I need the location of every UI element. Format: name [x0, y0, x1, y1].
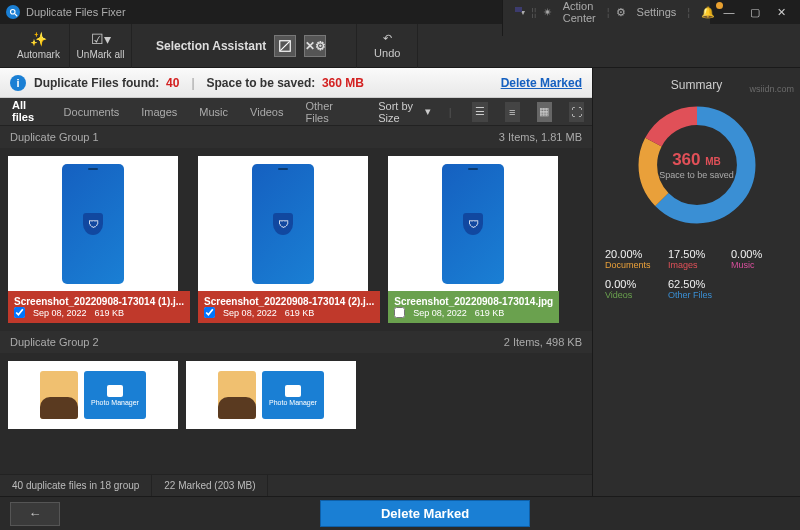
thumb-image: 🛡 — [388, 156, 558, 291]
tab-videos[interactable]: Videos — [246, 100, 287, 124]
stat-pct: 0.00% — [605, 278, 662, 290]
expand-icon: ⛶ — [571, 106, 582, 118]
close-button[interactable]: ✕ — [768, 0, 794, 24]
unmark-icon: ☑▾ — [91, 31, 111, 47]
file-checkbox[interactable] — [14, 307, 25, 318]
maximize-button[interactable]: ▢ — [742, 0, 768, 24]
action-center-icon: ✴ — [543, 6, 552, 19]
delete-marked-link[interactable]: Delete Marked — [501, 76, 582, 90]
donut-value: 360 — [672, 150, 700, 169]
stat-label: Documents — [605, 260, 662, 270]
file-thumb[interactable]: Photo Manager — [186, 361, 356, 429]
settings-button[interactable]: Settings — [632, 4, 682, 20]
group-header: Duplicate Group 1 3 Items, 1.81 MB — [0, 126, 592, 148]
tools-icon: ✕⚙ — [305, 39, 326, 53]
list-icon: ☰ — [475, 105, 485, 118]
stat-pct: 20.00% — [605, 248, 662, 260]
settings-icon: ⚙ — [616, 6, 626, 19]
status-bar: 40 duplicate files in 18 group 22 Marked… — [0, 474, 592, 496]
svg-line-3 — [281, 41, 290, 50]
file-name: Screenshot_20220908-173014 (2).j... — [204, 296, 374, 307]
summary-stats: 20.00%Documents 17.50%Images 0.00%Music … — [605, 248, 788, 300]
automark-label: Automark — [17, 49, 60, 60]
tab-other[interactable]: Other Files — [301, 94, 350, 130]
file-size: 619 KB — [285, 308, 315, 318]
view-fullscreen-button[interactable]: ⛶ — [569, 102, 584, 122]
group-info: 3 Items, 1.81 MB — [499, 131, 582, 143]
file-thumb[interactable]: 🛡 Screenshot_20220908-173014.jpg Sep 08,… — [388, 156, 559, 323]
notifications-button[interactable]: 🔔 — [696, 4, 720, 21]
photo-manager-icon: Photo Manager — [262, 371, 324, 419]
file-name: Screenshot_20220908-173014.jpg — [394, 296, 553, 307]
chevron-down-icon: ▾ — [425, 105, 431, 118]
stat-pct: 62.50% — [668, 278, 725, 290]
selection-assistant-label: Selection Assistant — [156, 39, 266, 53]
sort-label: Sort by Size — [378, 100, 420, 124]
stat-label: Music — [731, 260, 788, 270]
unmark-all-button[interactable]: ☑▾ UnMark all — [70, 24, 132, 68]
view-grid-button[interactable]: ▦ — [537, 102, 552, 122]
file-thumb[interactable]: 🛡 Screenshot_20220908-173014 (1).j... Se… — [8, 156, 190, 323]
filter-tabs: All files Documents Images Music Videos … — [0, 98, 592, 126]
file-thumb[interactable]: 🛡 Screenshot_20220908-173014 (2).j... Se… — [198, 156, 380, 323]
file-date: Sep 08, 2022 — [223, 308, 277, 318]
deer-icon — [218, 371, 256, 419]
unmark-label: UnMark all — [77, 49, 125, 60]
thumb-image: 🛡 — [198, 156, 368, 291]
group-header: Duplicate Group 2 2 Items, 498 KB — [0, 331, 592, 353]
donut-unit: MB — [705, 156, 721, 167]
undo-label: Undo — [374, 47, 400, 59]
automark-button[interactable]: ✨ Automark — [8, 24, 70, 68]
app-title: Duplicate Files Fixer — [26, 6, 502, 18]
view-list-button[interactable]: ☰ — [472, 102, 487, 122]
grid-icon: ▦ — [539, 105, 549, 118]
file-name: Screenshot_20220908-173014 (1).j... — [14, 296, 184, 307]
undo-button[interactable]: ↶ Undo — [356, 24, 418, 68]
tab-images[interactable]: Images — [137, 100, 181, 124]
selection-tools-button[interactable]: ✕⚙ — [304, 35, 326, 57]
shield-icon: 🛡 — [83, 213, 103, 235]
thumb-image: Photo Manager — [8, 361, 178, 429]
svg-line-1 — [14, 13, 17, 16]
thumb-image: Photo Manager — [186, 361, 356, 429]
shield-icon: 🛡 — [463, 213, 483, 235]
sort-dropdown[interactable]: Sort by Size ▾ — [378, 100, 430, 124]
found-label: Duplicate Files found: — [34, 76, 159, 90]
tab-music[interactable]: Music — [195, 100, 232, 124]
space-value: 360 MB — [322, 76, 364, 90]
status-marked: 22 Marked (203 MB) — [152, 475, 268, 496]
footer: ← Delete Marked — [0, 496, 800, 530]
delete-marked-button[interactable]: Delete Marked — [320, 500, 530, 527]
summary-donut-chart: 360 MB Space to be saved — [632, 100, 762, 230]
svg-point-0 — [10, 9, 15, 14]
watermark: wsiidn.com — [749, 84, 794, 94]
group-title: Duplicate Group 1 — [10, 131, 99, 143]
donut-sub: Space to be saved — [659, 170, 734, 180]
summary-panel: Summary 360 MB Space to be saved 20.00%D… — [592, 68, 800, 496]
stat-label: Images — [668, 260, 725, 270]
file-size: 619 KB — [475, 308, 505, 318]
tab-documents[interactable]: Documents — [60, 100, 124, 124]
wand-icon: ✨ — [30, 31, 47, 47]
file-checkbox[interactable] — [394, 307, 405, 318]
space-label: Space to be saved: — [207, 76, 316, 90]
file-checkbox[interactable] — [204, 307, 215, 318]
view-detail-button[interactable]: ≡ — [505, 102, 520, 122]
detail-icon: ≡ — [509, 106, 515, 118]
tab-all-files[interactable]: All files — [8, 93, 46, 131]
file-date: Sep 08, 2022 — [413, 308, 467, 318]
deer-icon — [40, 371, 78, 419]
stat-label: Other Files — [668, 290, 725, 300]
file-thumb[interactable]: Photo Manager — [8, 361, 178, 429]
shield-icon: 🛡 — [273, 213, 293, 235]
notification-dot-icon — [716, 2, 723, 9]
status-dup-count: 40 duplicate files in 18 group — [0, 475, 152, 496]
stat-label: Videos — [605, 290, 662, 300]
info-icon: i — [10, 75, 26, 91]
selection-ignore-button[interactable] — [274, 35, 296, 57]
stat-pct: 17.50% — [668, 248, 725, 260]
action-center-button[interactable]: Action Center — [558, 0, 601, 26]
back-button[interactable]: ← — [10, 502, 60, 526]
undo-icon: ↶ — [383, 32, 392, 45]
back-icon: ← — [29, 506, 42, 521]
